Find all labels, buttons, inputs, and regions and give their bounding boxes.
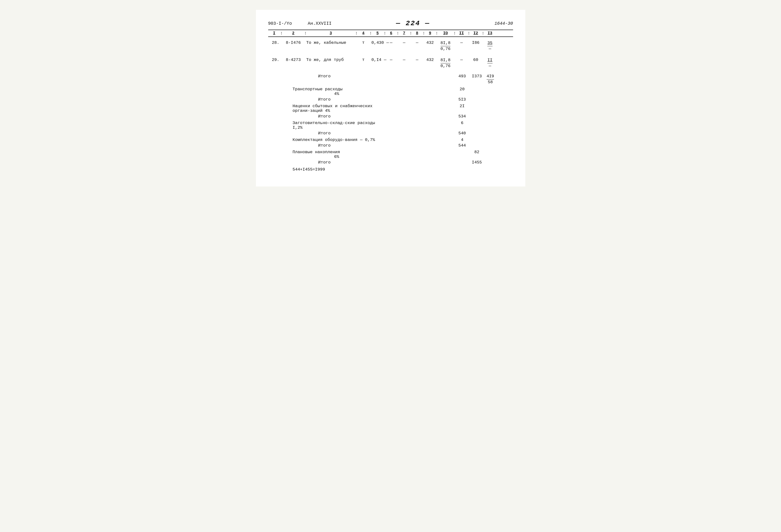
row28-col7: — bbox=[399, 40, 410, 45]
transport-c10: 20 bbox=[454, 87, 470, 92]
header-row: 903-I-/Yo Ан.XXVIII — 224 — 1644-30 bbox=[268, 19, 513, 27]
zagot-c10: 6 bbox=[454, 121, 470, 125]
sep-1: : bbox=[280, 31, 282, 36]
itogo5-row: Итого 544 bbox=[268, 143, 513, 148]
row28-code: 8-I476 bbox=[282, 40, 304, 45]
plan-row: Плановые накопления 6% 82 bbox=[268, 150, 513, 159]
row29-code: 8-4273 bbox=[282, 57, 304, 62]
sep-9: : bbox=[436, 31, 438, 36]
itogo5-c10: 544 bbox=[454, 143, 470, 148]
col-hdr-5: 5 bbox=[372, 31, 384, 36]
table-row: 29. 8-4273 То же, для труб т 0,I4 — — — … bbox=[268, 54, 513, 71]
row28-col5: 0,430 — bbox=[372, 40, 384, 45]
row29-col5: 0,I4 — bbox=[372, 57, 384, 62]
nacenki-label: Наценки сбытовых и снабженческих органи-… bbox=[293, 104, 381, 113]
col-hdr-13: I3 bbox=[484, 31, 496, 36]
page-container: 903-I-/Yo Ан.XXVIII — 224 — 1644-30 I : … bbox=[256, 10, 525, 186]
kompl-label: Комплектация оборудо-вания — 0,7% bbox=[293, 137, 381, 142]
row29-col7: — bbox=[399, 57, 410, 62]
col-hdr-4: 4 bbox=[357, 31, 370, 36]
sep-5: : bbox=[384, 31, 386, 36]
row29-desc: То же, для труб bbox=[306, 57, 355, 62]
kompl-c10: 4 bbox=[454, 137, 470, 142]
itogo1-c10: 493 bbox=[454, 74, 470, 79]
col-hdr-11: II bbox=[455, 31, 468, 36]
sep-4: : bbox=[370, 31, 372, 36]
sep-7: : bbox=[410, 31, 412, 36]
nacenki-c10: 2I bbox=[454, 104, 470, 108]
row29-col13: II — bbox=[484, 57, 496, 69]
row28-col4: т bbox=[357, 40, 370, 45]
itogo3-label: Итого bbox=[318, 114, 331, 119]
plan-c11: 82 bbox=[470, 150, 484, 154]
sep-3: : bbox=[355, 31, 357, 36]
row29-col6: — bbox=[386, 57, 397, 62]
sep-12: : bbox=[482, 31, 484, 36]
col-hdr-8: 8 bbox=[412, 31, 423, 36]
header-right-num: 1644-30 bbox=[494, 21, 513, 26]
row29-col4: т bbox=[357, 57, 370, 62]
transport-row: Транспортные расходы 4% 20 bbox=[268, 87, 513, 96]
itogo1-row: Итого 493 I373 4I9 58 bbox=[268, 74, 513, 85]
row29-num: 29. bbox=[268, 57, 280, 62]
sep-10: : bbox=[454, 31, 455, 36]
col-hdr-10: IO bbox=[438, 31, 454, 36]
transport-pct: 4% bbox=[293, 92, 381, 96]
row29-col11: — bbox=[455, 57, 468, 62]
col-hdr-2: 2 bbox=[282, 31, 304, 36]
row28-col10: 8I,8 0,76 bbox=[438, 40, 454, 52]
row29-col12: 60 bbox=[470, 57, 482, 62]
row29-col10: 8I,8 0,76 bbox=[438, 57, 454, 69]
doc-annex: Ан.XXVIII bbox=[308, 21, 332, 26]
table-row: 28. 8-I476 То же, кабельные т 0,430 — — … bbox=[268, 37, 513, 54]
row28-num: 28. bbox=[268, 40, 280, 45]
row28-col9: 432 bbox=[425, 40, 436, 45]
itogo3-row: Итого 534 bbox=[268, 114, 513, 119]
itogo1-c11: I373 bbox=[470, 74, 484, 79]
row29-col9: 432 bbox=[425, 57, 436, 62]
column-headers: I : 2 : 3 : 4 : 5 : 6 : 7 : 8 : 9 : IO :… bbox=[268, 30, 513, 37]
nacenki-row: Наценки сбытовых и снабженческих органи-… bbox=[268, 104, 513, 113]
row28-col6: — bbox=[386, 40, 397, 45]
formula-row: 544+I455=I999 bbox=[293, 167, 513, 172]
sep-6: : bbox=[397, 31, 399, 36]
itogo2-label: Итого bbox=[318, 97, 331, 102]
itogo3-c10: 534 bbox=[454, 114, 470, 119]
sep-11: : bbox=[468, 31, 470, 36]
itogo2-row: Итого 5I3 bbox=[268, 97, 513, 102]
itogo4-row: Итого 540 bbox=[268, 131, 513, 136]
kompl-row: Комплектация оборудо-вания — 0,7% 4 bbox=[268, 137, 513, 142]
sep-8: : bbox=[423, 31, 425, 36]
header-center-num: — 224 — bbox=[396, 19, 430, 27]
header-left-code: 903-I-/Yo Ан.XXVIII bbox=[268, 21, 332, 26]
itogo6-row: Итого I455 bbox=[268, 160, 513, 165]
col-hdr-9: 9 bbox=[425, 31, 436, 36]
col-hdr-3: 3 bbox=[306, 31, 355, 36]
summary-section: Итого 493 I373 4I9 58 Транспортные расхо… bbox=[268, 74, 513, 172]
row28-col8: — bbox=[412, 40, 423, 45]
itogo4-label: Итого bbox=[318, 131, 331, 136]
zagot-label: Заготовительно-склад-ские расходы I,2% bbox=[293, 121, 381, 130]
row28-col13: 35 — bbox=[484, 40, 496, 52]
transport-label: Транспортные расходы bbox=[293, 87, 381, 92]
col-hdr-12: I2 bbox=[470, 31, 482, 36]
col-hdr-7: 7 bbox=[399, 31, 410, 36]
itogo6-label: Итого bbox=[318, 160, 331, 165]
itogo1-label: Итого bbox=[318, 74, 331, 79]
row28-col12: I86 bbox=[470, 40, 482, 45]
plan-pct: 6% bbox=[293, 154, 381, 159]
itogo2-c10: 5I3 bbox=[454, 97, 470, 102]
row28-desc: То же, кабельные bbox=[306, 40, 355, 45]
itogo4-c10: 540 bbox=[454, 131, 470, 136]
sep-2: : bbox=[304, 31, 306, 36]
col-hdr-6: 6 bbox=[386, 31, 397, 36]
col-hdr-1: I bbox=[268, 31, 280, 36]
itogo5-label: Итого bbox=[318, 143, 331, 148]
formula-text: 544+I455=I999 bbox=[293, 167, 325, 172]
row28-col11: — bbox=[455, 40, 468, 45]
itogo6-c11: I455 bbox=[470, 160, 484, 165]
zagot-row: Заготовительно-склад-ские расходы I,2% 6 bbox=[268, 121, 513, 130]
itogo1-c12: 4I9 58 bbox=[484, 74, 497, 85]
plan-label: Плановые накопления bbox=[293, 150, 381, 154]
row29-col8: — bbox=[412, 57, 423, 62]
